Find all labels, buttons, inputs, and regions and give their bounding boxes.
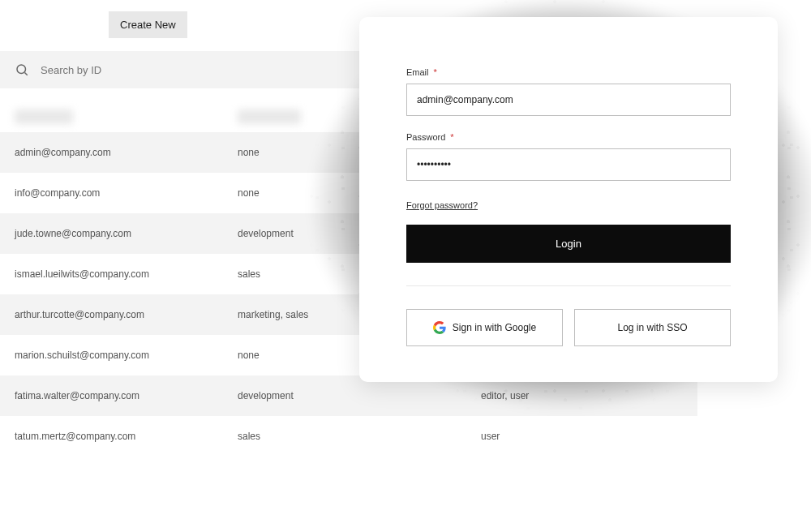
google-button-label: Sign in with Google <box>453 322 536 333</box>
cell-role: user <box>481 431 683 442</box>
google-icon <box>433 321 446 334</box>
table-row[interactable]: tatum.mertz@company.comsalesuser <box>0 416 697 457</box>
divider <box>406 285 731 286</box>
password-label: Password <box>406 132 445 142</box>
cell-email: fatima.walter@company.com <box>15 390 238 401</box>
cell-email: info@company.com <box>15 187 238 199</box>
cell-email: admin@company.com <box>15 147 238 158</box>
cell-email: arthur.turcotte@company.com <box>15 309 238 320</box>
required-asterisk: * <box>434 67 437 77</box>
column-header-department-blurred <box>238 109 301 124</box>
svg-point-0 <box>17 65 26 74</box>
sign-in-google-button[interactable]: Sign in with Google <box>406 309 563 346</box>
cell-department: sales <box>238 431 481 442</box>
cell-email: ismael.lueilwits@company.com <box>15 268 238 280</box>
sso-row: Sign in with Google Log in with SSO <box>406 309 731 346</box>
sso-button-label: Log in with SSO <box>617 322 687 333</box>
email-field-block: Email * <box>406 67 731 116</box>
email-field[interactable] <box>406 84 731 116</box>
cell-email: jude.towne@company.com <box>15 228 238 239</box>
password-field-block: Password * <box>406 132 731 181</box>
email-label: Email <box>406 67 429 77</box>
cell-email: tatum.mertz@company.com <box>15 431 238 442</box>
search-icon <box>15 62 29 77</box>
login-button[interactable]: Login <box>406 225 731 263</box>
cell-email: marion.schuilst@company.com <box>15 350 238 361</box>
forgot-password-link[interactable]: Forgot password? <box>406 200 478 210</box>
sign-in-sso-button[interactable]: Log in with SSO <box>574 309 731 346</box>
svg-line-1 <box>24 72 27 75</box>
column-header-email-blurred <box>15 109 73 124</box>
login-modal: Email * Password * Forgot password? Logi… <box>359 17 778 382</box>
create-new-button[interactable]: Create New <box>109 11 187 38</box>
required-asterisk: * <box>450 132 453 142</box>
password-field[interactable] <box>406 148 731 181</box>
